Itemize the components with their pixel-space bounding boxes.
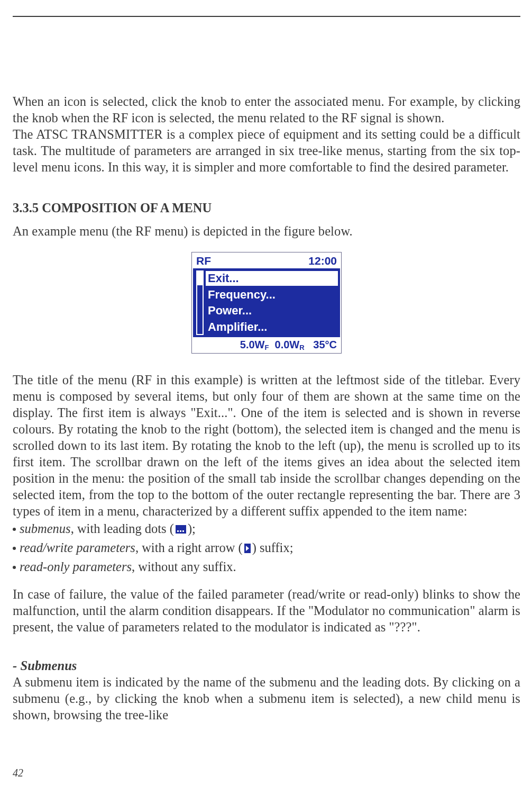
lcd-menu-item-amplifier: Amplifier... — [206, 320, 338, 335]
lcd-menu-item-frequency: Frequency... — [206, 287, 338, 302]
item-type-submenus: submenus, with leading dots (); — [13, 519, 520, 538]
subheading-submenus: - Submenus — [13, 635, 520, 674]
bullet-icon — [13, 528, 16, 531]
lcd-scrollbar — [196, 270, 204, 335]
paragraph-figure-lead: An example menu (the RF menu) is depicte… — [13, 223, 520, 239]
lcd-menu-item-exit: Exit... — [206, 271, 338, 286]
bullet-icon — [13, 566, 16, 569]
lcd-titlebar: RF 12:00 — [193, 254, 340, 268]
paragraph-intro-1: When an icon is selected, click the knob… — [13, 93, 520, 126]
paragraph-submenus: A submenu item is indicated by the name … — [13, 674, 520, 723]
lcd-menu-item-power: Power... — [206, 303, 338, 318]
body-content: When an icon is selected, click the knob… — [13, 93, 520, 723]
paragraph-menu-explain: The title of the menu (RF in this exampl… — [13, 372, 520, 519]
lcd-statusbar: 5.0WF 0.0WR 35°C — [193, 337, 340, 352]
header-rule — [13, 16, 520, 17]
heading-335: 3.3.5 COMPOSITION OF A MENU — [13, 175, 520, 223]
right-arrow-icon — [244, 544, 251, 553]
lcd-figure: RF 12:00 Exit... Frequency... Power... A… — [13, 239, 520, 372]
lcd-menu-list: Exit... Frequency... Power... Amplifier.… — [206, 270, 338, 335]
lcd-screen: RF 12:00 Exit... Frequency... Power... A… — [193, 254, 340, 352]
lcd-clock: 12:00 — [308, 254, 337, 268]
lcd-title: RF — [196, 254, 211, 268]
page-number: 42 — [13, 767, 23, 779]
page: When an icon is selected, click the knob… — [0, 0, 532, 795]
lcd-panel: RF 12:00 Exit... Frequency... Power... A… — [191, 252, 342, 354]
lcd-status-reflected: 0.0WR — [275, 339, 305, 350]
leading-dots-icon — [176, 525, 186, 534]
item-type-readwrite: read/write parameters, with a right arro… — [13, 538, 520, 557]
paragraph-failure: In case of failure, the value of the fai… — [13, 576, 520, 635]
lcd-scrollbar-thumb — [197, 272, 203, 285]
lcd-status-forward: 5.0WF — [240, 339, 269, 350]
item-types-list: submenus, with leading dots (); read/wri… — [13, 519, 520, 576]
item-type-readonly: read-only parameters, without any suffix… — [13, 557, 520, 576]
bullet-icon — [13, 547, 16, 550]
lcd-status-temp: 35°C — [313, 339, 337, 350]
paragraph-intro-2: The ATSC TRANSMITTER is a complex piece … — [13, 126, 520, 175]
